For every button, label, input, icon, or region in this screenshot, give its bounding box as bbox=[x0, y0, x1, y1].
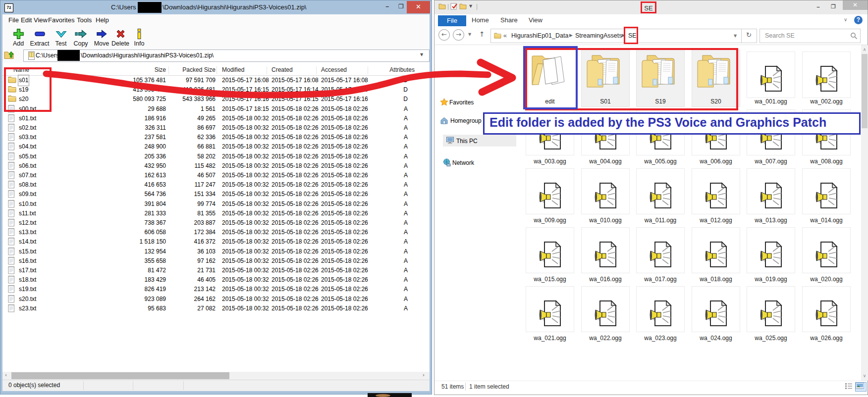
file-item-wa_026.ogg[interactable] bbox=[802, 286, 851, 332]
sidebar-item-favorites[interactable]: Favorites bbox=[449, 99, 474, 106]
menu-favorites[interactable]: Favorites bbox=[48, 16, 74, 24]
file-item-wa_021.ogg[interactable] bbox=[526, 286, 574, 332]
ribbon-collapse-icon[interactable]: ∨ bbox=[844, 17, 847, 22]
address-dropdown-icon[interactable]: ▼ bbox=[734, 34, 737, 38]
vertical-scrollbar[interactable]: ∧ ∨ bbox=[861, 45, 868, 381]
scroll-right-icon[interactable]: › bbox=[423, 372, 425, 378]
qat-dropdown-icon[interactable]: ▼ bbox=[469, 4, 472, 8]
address-dropdown-icon[interactable]: ▼ bbox=[420, 52, 423, 57]
breadcrumb-item-0[interactable]: HigurashiEp01_Data bbox=[511, 32, 568, 39]
file-item-wa_020.ogg[interactable] bbox=[802, 227, 851, 273]
breadcrumb-chevron-icon[interactable]: ▶ bbox=[569, 33, 573, 38]
table-row[interactable]: s23.txt95 68327 0822015-05-18 00:322015-… bbox=[2, 304, 427, 313]
file-item-wa_002.ogg[interactable] bbox=[802, 51, 851, 98]
menu-file[interactable]: File bbox=[8, 16, 19, 24]
table-row[interactable]: s11.txt281 33381 3552015-05-18 00:322015… bbox=[2, 209, 427, 218]
table-row[interactable]: s20.txt923 089264 1622015-05-18 00:32201… bbox=[2, 295, 427, 304]
qat-folder-icon[interactable] bbox=[438, 3, 446, 11]
sidebar-item-homegroup[interactable]: Homegroup bbox=[450, 117, 482, 124]
breadcrumb-collapse[interactable]: « bbox=[503, 32, 507, 39]
file-item-wa_012.ogg[interactable] bbox=[692, 168, 740, 214]
table-row[interactable]: s00.txt29 6881 5612015-05-17 18:152015-0… bbox=[2, 104, 427, 114]
qat-properties-icon[interactable] bbox=[450, 3, 458, 11]
file-item-wa_017.ogg[interactable] bbox=[636, 227, 685, 273]
table-row[interactable]: s08.txt416 653117 2472015-05-18 00:32201… bbox=[2, 180, 427, 190]
close-button[interactable]: ✕ bbox=[843, 0, 868, 10]
history-dropdown-icon[interactable]: ▼ bbox=[468, 32, 471, 37]
tab-share[interactable]: Share bbox=[500, 16, 518, 24]
up-button[interactable]: ↑ bbox=[479, 30, 485, 38]
file-item-wa_018.ogg[interactable] bbox=[692, 227, 740, 273]
table-row[interactable]: s17.txt81 47221 7312015-05-18 00:322015-… bbox=[2, 266, 427, 275]
column-header[interactable]: Attributes bbox=[368, 66, 415, 73]
table-row[interactable]: s10.txt391 80499 7742015-05-18 00:322015… bbox=[2, 199, 427, 209]
file-item-wa_001.ogg[interactable] bbox=[747, 51, 795, 98]
maximize-button[interactable]: ❐ bbox=[398, 3, 404, 10]
folder-up-button[interactable] bbox=[4, 50, 17, 61]
table-row[interactable]: s16.txt355 65897 1622015-05-18 00:322015… bbox=[2, 256, 427, 266]
column-header[interactable]: Modified bbox=[222, 66, 244, 73]
back-button[interactable]: ← bbox=[438, 29, 450, 41]
table-row[interactable]: s14.txt1 518 150416 3722015-05-18 00:322… bbox=[2, 237, 427, 247]
sidebar-item-network[interactable]: Network bbox=[452, 159, 474, 166]
menu-tools[interactable]: Tools bbox=[77, 16, 92, 24]
refresh-button[interactable]: ↻ bbox=[742, 29, 757, 43]
minimize-button[interactable]: – bbox=[816, 2, 820, 10]
scroll-up-icon[interactable]: ∧ bbox=[861, 47, 868, 52]
table-row[interactable]: s13.txt606 058172 3842015-05-18 00:32201… bbox=[2, 228, 427, 237]
breadcrumb-item-1[interactable]: StreamingAssets bbox=[575, 32, 622, 39]
maximize-button[interactable]: ❐ bbox=[831, 3, 836, 10]
table-row[interactable]: s01.txt186 91649 2652015-05-18 00:322015… bbox=[2, 114, 427, 123]
tab-home[interactable]: Home bbox=[472, 16, 489, 24]
file-item-wa_011.ogg[interactable] bbox=[636, 168, 685, 214]
file-item-wa_016.ogg[interactable] bbox=[581, 227, 630, 273]
column-header[interactable]: Size bbox=[92, 66, 166, 73]
table-row[interactable]: s18.txt183 42946 4052015-05-18 00:322015… bbox=[2, 275, 427, 285]
qat-newfolder-icon[interactable] bbox=[459, 3, 467, 11]
search-box[interactable]: Search SE bbox=[760, 29, 861, 43]
table-row[interactable]: s09.txt564 736151 3342015-05-18 00:32201… bbox=[2, 190, 427, 199]
tab-view[interactable]: View bbox=[529, 16, 542, 24]
table-row[interactable]: s03.txt237 58162 3362015-05-18 00:322015… bbox=[2, 133, 427, 142]
file-item-wa_023.ogg[interactable] bbox=[636, 286, 685, 332]
file-item-wa_014.ogg[interactable] bbox=[802, 168, 851, 214]
address-field[interactable]: C:\Users \Downloads\Higurashi\HigurashiP… bbox=[23, 50, 430, 62]
scrollbar-thumb[interactable] bbox=[11, 372, 229, 379]
file-item-wa_025.ogg[interactable] bbox=[747, 286, 795, 332]
scroll-down-icon[interactable]: ∨ bbox=[861, 373, 868, 378]
column-header[interactable]: Accessed bbox=[321, 66, 347, 73]
close-button[interactable]: ✕ bbox=[407, 1, 430, 13]
file-item-wa_015.ogg[interactable] bbox=[526, 227, 574, 273]
menu-help[interactable]: Help bbox=[96, 16, 109, 24]
table-row[interactable]: s02.txt326 31186 6972015-05-18 00:322015… bbox=[2, 123, 427, 133]
tab-file[interactable]: File bbox=[438, 15, 466, 26]
table-row[interactable]: s01105 376 48197 591 7092015-05-17 16:08… bbox=[2, 76, 427, 85]
column-header[interactable]: Created bbox=[271, 66, 293, 73]
table-row[interactable]: s19413 393 453413 026 4812015-05-17 16:1… bbox=[2, 85, 427, 95]
horizontal-scrollbar[interactable]: ‹ › bbox=[2, 372, 430, 380]
table-row[interactable]: s20580 093 725543 383 9662015-05-17 16:1… bbox=[2, 95, 427, 104]
menu-edit[interactable]: Edit bbox=[21, 16, 32, 24]
scroll-left-icon[interactable]: ‹ bbox=[5, 372, 7, 378]
file-item-wa_013.ogg[interactable] bbox=[747, 168, 795, 214]
file-item-wa_009.ogg[interactable] bbox=[526, 168, 574, 214]
search-icon[interactable] bbox=[850, 32, 858, 41]
menu-view[interactable]: View bbox=[34, 16, 48, 24]
forward-button[interactable]: → bbox=[453, 29, 464, 41]
file-item-wa_024.ogg[interactable] bbox=[692, 286, 740, 332]
table-row[interactable]: s04.txt248 90066 8812015-05-18 00:322015… bbox=[2, 142, 427, 151]
table-row[interactable]: s05.txt205 33658 2022015-05-18 00:322015… bbox=[2, 152, 427, 161]
minimize-button[interactable]: – bbox=[385, 2, 389, 11]
table-row[interactable]: s07.txt162 61346 5072015-05-18 00:322015… bbox=[2, 171, 427, 180]
help-icon[interactable]: ? bbox=[854, 16, 863, 24]
scrollbar-thumb[interactable] bbox=[862, 54, 868, 128]
thumbnail-view-button[interactable] bbox=[855, 382, 867, 392]
table-row[interactable]: s15.txt132 95436 1032015-05-18 00:322015… bbox=[2, 247, 427, 256]
file-item-wa_010.ogg[interactable] bbox=[581, 168, 630, 214]
table-row[interactable]: s06.txt432 950115 4822015-05-18 00:32201… bbox=[2, 161, 427, 171]
file-item-wa_022.ogg[interactable] bbox=[581, 286, 630, 332]
file-item-wa_019.ogg[interactable] bbox=[747, 227, 795, 273]
table-row[interactable]: s12.txt738 367203 8872015-05-18 00:32201… bbox=[2, 218, 427, 228]
column-header[interactable]: Packed Size bbox=[168, 66, 216, 73]
details-view-icon[interactable] bbox=[845, 383, 853, 391]
